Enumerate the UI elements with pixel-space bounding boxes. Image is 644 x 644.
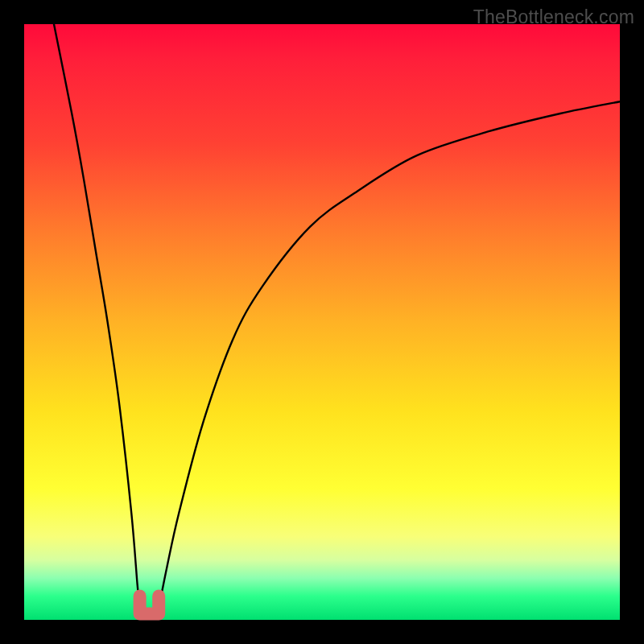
curve-right-branch <box>159 101 620 608</box>
watermark-text: TheBottleneck.com <box>473 6 634 28</box>
curve-left-branch <box>54 24 140 608</box>
minimum-marker <box>140 596 159 613</box>
bottleneck-curve-svg <box>24 24 620 620</box>
